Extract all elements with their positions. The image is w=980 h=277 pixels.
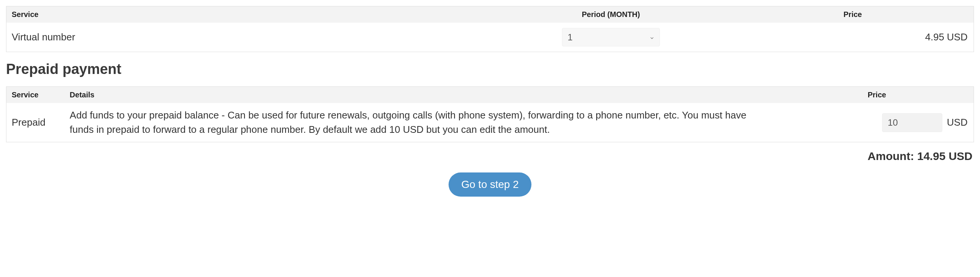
prepaid-service-header: Service: [6, 87, 64, 103]
prepaid-details-cell: Add funds to your prepaid balance - Can …: [64, 103, 780, 142]
amount-value: 14.95 USD: [917, 150, 972, 162]
table-row: Prepaid Add funds to your prepaid balanc…: [6, 103, 974, 142]
service-name-cell: Virtual number: [6, 22, 490, 52]
total-amount-line: Amount: 14.95 USD: [6, 150, 974, 163]
prepaid-price-header: Price: [780, 87, 974, 103]
period-header: Period (MONTH): [490, 6, 732, 22]
prepaid-price-cell: USD: [780, 103, 974, 142]
prepaid-service-cell: Prepaid: [6, 103, 64, 142]
table-row: Virtual number 1 4.95 USD: [6, 22, 974, 52]
price-cell: 4.95 USD: [732, 22, 974, 52]
service-header: Service: [6, 6, 490, 22]
period-cell: 1: [490, 22, 732, 52]
price-header: Price: [732, 6, 974, 22]
amount-label: Amount:: [868, 150, 914, 162]
service-table: Service Period (MONTH) Price Virtual num…: [6, 6, 974, 52]
currency-label: USD: [947, 115, 967, 129]
prepaid-amount-input[interactable]: [882, 113, 942, 132]
period-select[interactable]: 1: [562, 28, 660, 46]
go-to-step-2-button[interactable]: Go to step 2: [449, 173, 532, 197]
prepaid-section-title: Prepaid payment: [6, 61, 974, 77]
prepaid-details-header: Details: [64, 87, 780, 103]
prepaid-table: Service Details Price Prepaid Add funds …: [6, 86, 974, 142]
